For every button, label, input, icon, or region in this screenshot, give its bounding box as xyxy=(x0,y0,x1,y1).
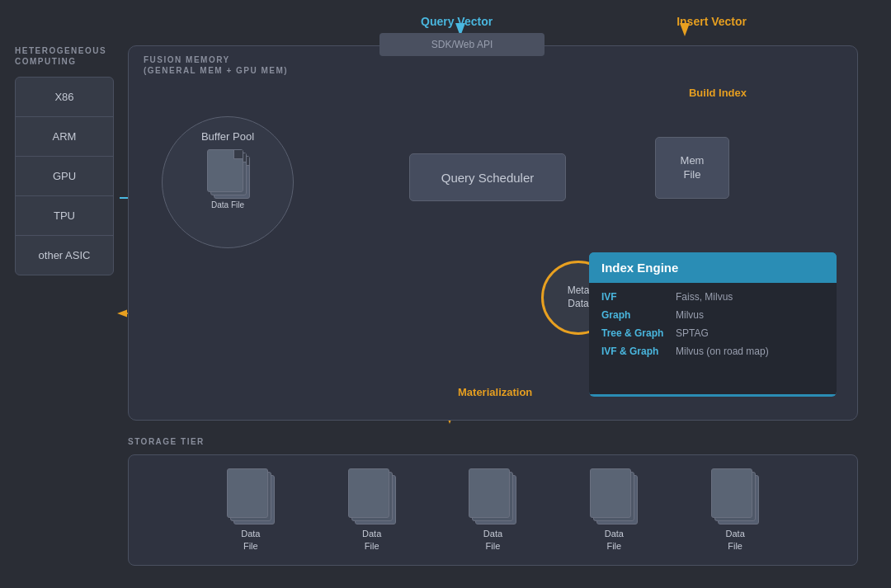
storage-file-text-2: Data File xyxy=(362,528,381,552)
meta-data-label: Meta Data xyxy=(568,285,590,310)
fusion-memory-label: FUSION MEMORY (GENERAL MEM + GPU MEM) xyxy=(144,54,288,76)
compute-tpu: TPU xyxy=(16,196,113,236)
compute-gpu: GPU xyxy=(16,157,113,196)
storage-file-text-4: Data File xyxy=(605,528,624,552)
storage-file-stack-5 xyxy=(711,468,759,524)
storage-file-2: Data File xyxy=(348,468,396,552)
storage-file-1: Data File xyxy=(227,468,275,552)
storage-file-5: Data File xyxy=(711,468,759,552)
index-val-ivf: Faiss, Milvus xyxy=(676,291,733,303)
index-val-ivf-graph: Milvus (on road map) xyxy=(676,346,769,357)
index-val-graph: Milvus xyxy=(676,309,704,321)
materialization-label: Materialization xyxy=(458,386,532,398)
sdk-api-box: SDK/Web API xyxy=(380,33,544,56)
index-row-graph: Graph Milvus xyxy=(601,309,824,321)
index-val-tree-graph: SPTAG xyxy=(676,327,709,339)
query-vector-label: Query Vector xyxy=(421,15,493,28)
build-index-label: Build Index xyxy=(689,87,747,99)
storage-file-text-3: Data File xyxy=(483,528,502,552)
storage-file-stack-3 xyxy=(469,468,516,524)
insert-vector-label: Insert Vector xyxy=(676,15,747,28)
index-key-ivf-graph: IVF & Graph xyxy=(601,346,676,357)
storage-tier: STORAGE TIER Data File Data File xyxy=(128,437,858,569)
storage-file-text-1: Data File xyxy=(241,528,260,552)
data-file-text: Data File xyxy=(211,200,244,210)
index-engine-header: Index Engine xyxy=(589,252,837,283)
mem-file-box: Mem File xyxy=(655,137,729,199)
index-engine-body: IVF Faiss, Milvus Graph Milvus Tree & Gr… xyxy=(589,283,837,394)
index-row-ivf-graph: IVF & Graph Milvus (on road map) xyxy=(601,346,824,357)
storage-file-text-5: Data File xyxy=(726,528,745,552)
index-row-tree-graph: Tree & Graph SPTAG xyxy=(601,327,824,339)
diagram-container: HETEROGENEOUS COMPUTING X86 ARM GPU TPU … xyxy=(0,0,891,588)
compute-list: X86 ARM GPU TPU other ASIC xyxy=(15,77,114,275)
sdk-api-label: SDK/Web API xyxy=(431,39,493,50)
storage-file-stack-4 xyxy=(590,468,638,524)
compute-other-asic: other ASIC xyxy=(16,236,113,275)
index-engine-box: Index Engine IVF Faiss, Milvus Graph Mil… xyxy=(589,252,837,397)
data-file-icon xyxy=(207,149,248,197)
buffer-pool: Buffer Pool Data File xyxy=(162,116,294,248)
buffer-pool-circle: Buffer Pool Data File xyxy=(162,116,294,248)
heterogeneous-computing-label: HETEROGENEOUS COMPUTING xyxy=(15,45,114,67)
heterogeneous-computing-panel: HETEROGENEOUS COMPUTING X86 ARM GPU TPU … xyxy=(15,45,114,400)
query-scheduler-label: Query Scheduler xyxy=(441,171,535,185)
storage-file-stack-1 xyxy=(227,468,275,524)
storage-file-4: Data File xyxy=(590,468,638,552)
fusion-memory-area: FUSION MEMORY (GENERAL MEM + GPU MEM) Bu… xyxy=(128,45,858,421)
index-key-graph: Graph xyxy=(601,309,676,321)
index-row-ivf: IVF Faiss, Milvus xyxy=(601,291,824,303)
query-scheduler-box: Query Scheduler xyxy=(409,153,566,201)
storage-file-stack-2 xyxy=(348,468,396,524)
storage-tier-label: STORAGE TIER xyxy=(128,437,858,446)
index-key-tree-graph: Tree & Graph xyxy=(601,327,676,339)
buffer-pool-file: Data File xyxy=(207,149,248,210)
mem-file-label: Mem File xyxy=(681,154,705,182)
storage-file-3: Data File xyxy=(469,468,516,552)
storage-box: Data File Data File Data File xyxy=(128,454,858,566)
compute-x86: X86 xyxy=(16,78,113,117)
buffer-pool-label: Buffer Pool xyxy=(201,130,254,143)
compute-arm: ARM xyxy=(16,117,113,157)
index-key-ivf: IVF xyxy=(601,291,676,303)
